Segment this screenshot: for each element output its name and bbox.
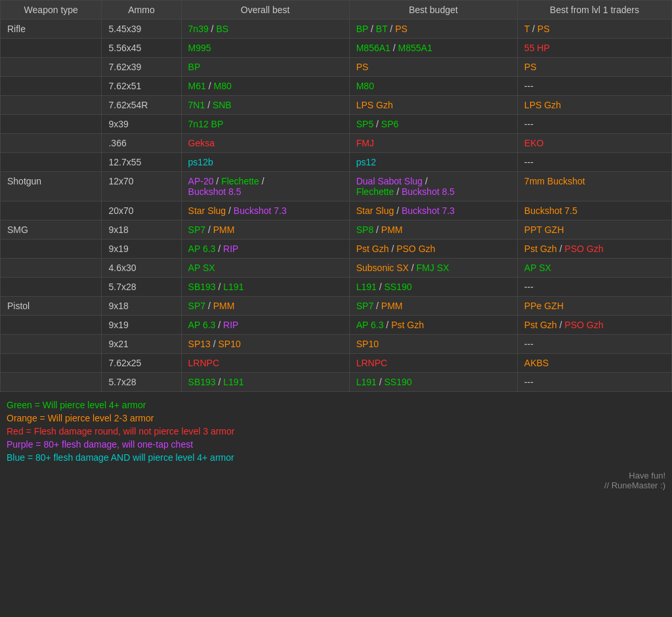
table-row: .366GeksaFMJEKO [1,134,672,153]
lvl1-cell: --- [517,153,671,172]
overall-best-cell: M61 / M80 [181,77,349,96]
table-row: 12.7x55ps12bps12--- [1,153,672,172]
weapon-type-cell [1,202,102,221]
overall-best-cell: SB193 / L191 [181,373,349,392]
overall-best-cell: ps12b [181,153,349,172]
weapon-type-cell [1,58,102,77]
weapon-type-cell [1,354,102,373]
ammo-cell: 12x70 [102,172,181,202]
table-row: 9x19AP 6.3 / RIPAP 6.3 / Pst GzhPst Gzh … [1,316,672,335]
lvl1-cell: Buckshot 7.5 [517,202,671,221]
overall-best-cell: AP SX [181,259,349,278]
ammo-cell: 9x18 [102,297,181,316]
weapon-type-cell: SMG [1,221,102,240]
table-row: 20x70Star Slug / Buckshot 7.3Star Slug /… [1,202,672,221]
table-row: 4.6x30AP SXSubsonic SX / FMJ SXAP SX [1,259,672,278]
ammo-cell: 9x19 [102,316,181,335]
overall-best-cell: 7n12 BP [181,115,349,134]
lvl1-cell: --- [517,115,671,134]
lvl1-cell: --- [517,335,671,354]
table-row: Shotgun12x70AP-20 / Flechette /Buckshot … [1,172,672,202]
weapon-type-cell [1,96,102,115]
lvl1-cell: LPS Gzh [517,96,671,115]
weapon-type-cell [1,259,102,278]
ammo-cell: 9x19 [102,240,181,259]
weapon-type-cell [1,373,102,392]
weapon-type-cell [1,39,102,58]
col-lvl1: Best from lvl 1 traders [517,1,671,20]
ammo-cell: 12.7x55 [102,153,181,172]
overall-best-cell: SB193 / L191 [181,278,349,297]
weapon-type-cell [1,316,102,335]
lvl1-cell: --- [517,77,671,96]
ammo-cell: 7.62x25 [102,354,181,373]
ammo-cell: 5.7x28 [102,278,181,297]
best-budget-cell: Star Slug / Buckshot 7.3 [349,202,517,221]
lvl1-cell: T / PS [517,20,671,39]
legend-section: Green = Will pierce level 4+ armorOrange… [0,392,672,471]
ammo-cell: 5.7x28 [102,373,181,392]
overall-best-cell: AP 6.3 / RIP [181,316,349,335]
ammo-cell: .366 [102,134,181,153]
table-row: 7.62x54R7N1 / SNBLPS GzhLPS Gzh [1,96,672,115]
weapon-type-cell: Shotgun [1,172,102,202]
table-row: Rifle5.45x397n39 / BSBP / BT / PST / PS [1,20,672,39]
best-budget-cell: PS [349,58,517,77]
overall-best-cell: AP 6.3 / RIP [181,240,349,259]
overall-best-cell: BP [181,58,349,77]
best-budget-cell: AP 6.3 / Pst Gzh [349,316,517,335]
best-budget-cell: L191 / SS190 [349,278,517,297]
table-row: 9x21SP13 / SP10SP10--- [1,335,672,354]
legend-item: Green = Will pierce level 4+ armor [7,400,665,410]
weapon-type-cell [1,335,102,354]
table-row: 5.56x45M995M856A1 / M855A155 HP [1,39,672,58]
ammo-cell: 20x70 [102,202,181,221]
best-budget-cell: BP / BT / PS [349,20,517,39]
overall-best-cell: AP-20 / Flechette /Buckshot 8.5 [181,172,349,202]
ammo-cell: 5.56x45 [102,39,181,58]
ammo-cell: 9x18 [102,221,181,240]
table-header-row: Weapon type Ammo Overall best Best budge… [1,1,672,20]
legend-item: Red = Flesh damage round, will not pierc… [7,426,665,436]
col-overall-best: Overall best [181,1,349,20]
footer: Have fun! // RuneMaster :) [0,471,672,496]
overall-best-cell: LRNPC [181,354,349,373]
ammo-cell: 4.6x30 [102,259,181,278]
col-best-budget: Best budget [349,1,517,20]
best-budget-cell: Subsonic SX / FMJ SX [349,259,517,278]
lvl1-cell: PPT GZH [517,221,671,240]
legend-item: Purple = 80+ flesh damage, will one-tap … [7,439,665,450]
best-budget-cell: LRNPC [349,354,517,373]
ammo-cell: 7.62x39 [102,58,181,77]
table-row: 7.62x39BPPSPS [1,58,672,77]
ammo-cell: 7.62x51 [102,77,181,96]
weapon-type-cell: Pistol [1,297,102,316]
lvl1-cell: 7mm Buckshot [517,172,671,202]
overall-best-cell: Star Slug / Buckshot 7.3 [181,202,349,221]
ammo-cell: 5.45x39 [102,20,181,39]
weapon-type-cell [1,115,102,134]
table-row: 5.7x28SB193 / L191L191 / SS190--- [1,278,672,297]
overall-best-cell: SP13 / SP10 [181,335,349,354]
table-row: 5.7x28SB193 / L191L191 / SS190--- [1,373,672,392]
lvl1-cell: EKO [517,134,671,153]
best-budget-cell: FMJ [349,134,517,153]
lvl1-cell: Pst Gzh / PSO Gzh [517,316,671,335]
weapon-type-cell [1,134,102,153]
best-budget-cell: Dual Sabot Slug /Flechette / Buckshot 8.… [349,172,517,202]
best-budget-cell: LPS Gzh [349,96,517,115]
weapon-type-cell [1,278,102,297]
overall-best-cell: Geksa [181,134,349,153]
overall-best-cell: SP7 / PMM [181,221,349,240]
legend-item: Orange = Will pierce level 2-3 armor [7,413,665,423]
best-budget-cell: SP5 / SP6 [349,115,517,134]
table-row: 9x397n12 BPSP5 / SP6--- [1,115,672,134]
lvl1-cell: AKBS [517,354,671,373]
table-row: 7.62x51M61 / M80M80--- [1,77,672,96]
table-row: 7.62x25LRNPCLRNPCAKBS [1,354,672,373]
best-budget-cell: ps12 [349,153,517,172]
overall-best-cell: M995 [181,39,349,58]
lvl1-cell: 55 HP [517,39,671,58]
weapon-type-cell [1,240,102,259]
lvl1-cell: AP SX [517,259,671,278]
